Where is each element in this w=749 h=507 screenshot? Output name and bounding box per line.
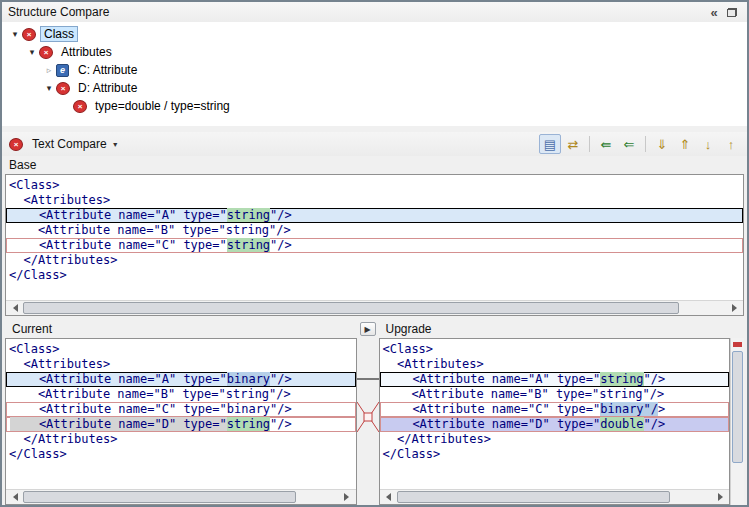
code-text: <Attribute name="A" type=" — [10, 372, 227, 386]
scroll-track[interactable] — [22, 490, 340, 504]
code-line[interactable]: <Attribute name="D" type="double"/> — [380, 417, 730, 432]
upgrade-horizontal-scrollbar[interactable] — [380, 489, 730, 504]
tree-item-label: Class — [40, 26, 78, 42]
code-text: "/> — [270, 417, 292, 431]
connector-header: ▶ — [357, 320, 379, 338]
two-pane-layout-icon[interactable]: ▤ — [539, 134, 561, 154]
tree-item-attributes[interactable]: ▾×Attributes — [2, 43, 747, 61]
scroll-left-arrow-icon[interactable] — [6, 301, 22, 315]
code-line[interactable]: </Class> — [6, 447, 356, 462]
code-text: </Attributes> — [9, 432, 117, 446]
conflict-change-icon: × — [22, 28, 36, 41]
scroll-left-arrow-icon[interactable] — [380, 490, 396, 504]
next-change-icon[interactable]: ↓ — [697, 134, 719, 154]
left-triangle-icon — [9, 304, 18, 312]
code-line[interactable]: <Attribute name="C" type="string"/> — [6, 238, 743, 253]
code-text: <Attribute name="A" type=" — [384, 372, 601, 386]
tree-item-c-attribute[interactable]: ▹eC: Attribute — [2, 61, 747, 79]
structure-compare-title: Structure Compare — [8, 5, 109, 19]
base-pane[interactable]: <Class> <Attributes> <Attribute name="A"… — [5, 174, 744, 316]
scroll-left-arrow-icon[interactable] — [6, 490, 22, 504]
scroll-thumb[interactable] — [397, 491, 670, 503]
code-line[interactable]: </Attributes> — [380, 432, 730, 447]
previous-change-icon[interactable]: ↑ — [720, 134, 742, 154]
code-line[interactable]: <Attributes> — [6, 357, 356, 372]
code-line[interactable]: <Attribute name="A" type="string"/> — [380, 372, 730, 387]
next-difference-icon[interactable]: ⇓ — [651, 134, 673, 154]
code-text: <Attributes> — [9, 193, 110, 207]
diff-word-highlight: string — [227, 208, 270, 222]
code-text: <Class> — [9, 342, 60, 356]
text-compare-toolbar: × Text Compare ▼ ▤⇄⇚⇐⇓⇑↓↑ — [2, 132, 747, 156]
diff-connectors — [357, 338, 379, 505]
show-in-separate-window-icon[interactable] — [723, 4, 741, 20]
merge-panes-section: Current <Class> <Attributes> <Attribute … — [2, 320, 747, 505]
diff-connector-column: ▶ — [357, 320, 379, 505]
twisty-collapsed-icon[interactable]: ▹ — [42, 65, 56, 75]
tree-item-d-attribute[interactable]: ▾×D: Attribute — [2, 79, 747, 97]
code-line[interactable]: <Attributes> — [6, 193, 743, 208]
code-line[interactable]: <Attributes> — [380, 357, 730, 372]
base-code: <Class> <Attributes> <Attribute name="A"… — [6, 175, 743, 283]
swap-panes-icon[interactable]: ⇄ — [562, 134, 584, 154]
current-horizontal-scrollbar[interactable] — [6, 489, 356, 504]
diff-connector-canvas — [357, 338, 379, 505]
diff-word-highlight: binary"/ — [600, 402, 658, 416]
tree-item-type-double-type-string[interactable]: ×type=double / type=string — [2, 97, 747, 115]
code-text: "/> — [644, 417, 666, 431]
previous-difference-icon[interactable]: ⇑ — [674, 134, 696, 154]
diff-word-highlight: double — [600, 417, 643, 431]
code-line[interactable]: <Attribute name="D" type="string"/> — [6, 417, 356, 432]
scroll-right-arrow-icon[interactable] — [713, 490, 729, 504]
base-horizontal-scrollbar[interactable] — [6, 300, 743, 315]
code-text: </Class> — [9, 447, 67, 461]
code-text: <Attribute name="A" type=" — [10, 208, 227, 222]
code-text: <Class> — [9, 178, 60, 192]
conflict-change-icon: × — [39, 46, 53, 59]
scroll-thumb[interactable] — [23, 302, 679, 314]
twisty-expanded-icon[interactable]: ▾ — [8, 29, 22, 39]
collapse-all-icon[interactable]: « — [705, 4, 723, 20]
code-line[interactable]: <Class> — [380, 342, 730, 357]
scroll-thumb[interactable] — [23, 491, 296, 503]
code-text: </Class> — [383, 447, 441, 461]
code-line[interactable]: </Attributes> — [6, 432, 356, 447]
code-line[interactable]: </Class> — [380, 447, 730, 462]
vertical-scroll-thumb[interactable] — [732, 351, 743, 463]
copy-all-changes-left-icon[interactable]: ⇚ — [595, 134, 617, 154]
code-line[interactable]: </Class> — [6, 268, 743, 283]
diff-word-highlight: <Attribute name="D" type=" — [10, 417, 227, 431]
current-pane-label: Current — [12, 322, 52, 336]
current-code-box[interactable]: <Class> <Attributes> <Attribute name="A"… — [5, 338, 357, 505]
twisty-expanded-icon[interactable]: ▾ — [42, 83, 56, 93]
code-line[interactable]: <Attribute name="A" type="binary"/> — [6, 372, 356, 387]
code-text: <Attribute name="B" type="string"/> — [9, 223, 291, 237]
scroll-track[interactable] — [22, 301, 727, 315]
code-line[interactable]: <Attribute name="B" type="string"/> — [380, 387, 730, 402]
diff-word-highlight: string — [227, 417, 270, 431]
code-text: > — [658, 402, 665, 416]
code-line[interactable]: <Class> — [6, 178, 743, 193]
tree-item-class[interactable]: ▾×Class — [2, 25, 747, 43]
code-text: </Class> — [9, 268, 67, 282]
base-pane-label: Base — [9, 158, 36, 172]
scroll-right-arrow-icon[interactable] — [340, 490, 356, 504]
code-line[interactable]: </Attributes> — [6, 253, 743, 268]
overview-diff-marker[interactable] — [733, 342, 742, 347]
code-line[interactable]: <Attribute name="B" type="string"/> — [6, 387, 356, 402]
code-line[interactable]: <Attribute name="C" type="binary"/> — [6, 402, 356, 417]
code-line[interactable]: <Attribute name="A" type="string"/> — [6, 208, 743, 223]
code-text: <Attribute name="B" type="string"/> — [9, 387, 291, 401]
code-line[interactable]: <Class> — [6, 342, 356, 357]
upgrade-code-box[interactable]: <Class> <Attributes> <Attribute name="A"… — [379, 338, 731, 505]
text-compare-menu[interactable]: × Text Compare ▼ — [9, 137, 119, 151]
scroll-right-arrow-icon[interactable] — [727, 301, 743, 315]
vertical-scrollbar[interactable] — [730, 338, 744, 505]
twisty-expanded-icon[interactable]: ▾ — [25, 47, 39, 57]
tree-item-label: Attributes — [57, 43, 116, 61]
diff-word-highlight: binary — [227, 372, 270, 386]
scroll-track[interactable] — [396, 490, 714, 504]
code-line[interactable]: <Attribute name="C" type="binary"/> — [380, 402, 730, 417]
copy-current-change-left-icon[interactable]: ⇐ — [618, 134, 640, 154]
code-line[interactable]: <Attribute name="B" type="string"/> — [6, 223, 743, 238]
